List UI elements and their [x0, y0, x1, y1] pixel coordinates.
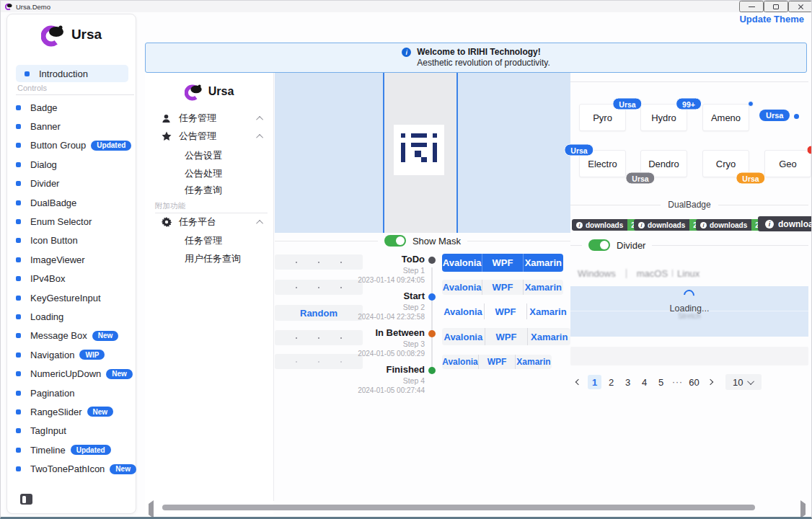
sidebar-item-dualbadge[interactable]: DualBadge — [7, 193, 137, 212]
status-badge: New — [110, 464, 136, 474]
scroll-left-button[interactable] — [146, 504, 155, 513]
sidebar-item-introduction[interactable]: Introduction — [16, 65, 128, 82]
sidebar-item-imageviewer[interactable]: ImageViewer — [7, 250, 137, 269]
bullet-icon — [16, 371, 21, 376]
sidebar-item-ipv4box[interactable]: IPv4Box — [7, 270, 137, 288]
xamarin-button[interactable]: Xamarin — [515, 355, 552, 369]
maximize-button[interactable] — [764, 1, 788, 12]
bullet-icon — [16, 276, 21, 281]
bullet-icon — [16, 391, 21, 396]
sidebar-item-enum-selector[interactable]: Enum Selector — [7, 212, 137, 231]
status-badge: Updated — [71, 445, 111, 455]
dot-separator-icon — [318, 262, 319, 263]
os-label-windows: Windows — [578, 268, 616, 279]
page-size-select[interactable]: 10 — [725, 374, 762, 390]
sidebar-item-icon-button[interactable]: Icon Button — [7, 231, 137, 250]
next-page-button[interactable] — [704, 375, 717, 389]
wpf-button[interactable]: WPF — [478, 355, 515, 369]
sidebar-item-loading[interactable]: Loading — [7, 307, 137, 326]
ellipsis-icon: ··· — [671, 377, 684, 387]
dot-separator-icon — [296, 287, 297, 288]
nav-subitem-user-task-query[interactable]: 用户任务查询 — [145, 251, 273, 267]
nav-brand-name: Ursa — [208, 85, 234, 98]
minimize-button[interactable] — [739, 1, 764, 12]
nav-item-task-platform[interactable]: 任务平台 — [145, 214, 273, 230]
os-labels-row: Windows macOS Linux — [578, 266, 808, 280]
sidebar-item-timeline[interactable]: TimelineUpdated — [7, 440, 137, 459]
xamarin-button[interactable]: Xamarin — [523, 254, 563, 272]
sidebar-item-keygestureinput[interactable]: KeyGestureInput — [7, 288, 137, 307]
avalonia-button[interactable]: Avalonia — [442, 303, 484, 319]
xamarin-button[interactable]: Xamarin — [523, 280, 563, 295]
sidebar-item-dialog[interactable]: Dialog — [7, 155, 137, 174]
scroll-right-button[interactable] — [798, 504, 807, 513]
sidebar-item-button-group[interactable]: Button GroupUpdated — [7, 136, 137, 155]
mask-handle-left[interactable] — [383, 73, 384, 233]
nav-item-announcement-management[interactable]: 公告管理 — [145, 128, 273, 144]
wpf-button[interactable]: WPF — [482, 254, 522, 272]
mask-handle-right[interactable] — [456, 73, 458, 233]
sidebar-item-message-box[interactable]: Message BoxNew — [7, 327, 137, 345]
wpf-button[interactable]: WPF — [482, 280, 522, 295]
avalonia-button[interactable]: Avalonia — [442, 280, 482, 295]
app-window: Ursa.Demo Ursa Introduction Controls Bad… — [0, 0, 812, 519]
sidebar-item-numericupdown[interactable]: NumericUpDownNew — [7, 364, 137, 383]
sidebar-item-navigation[interactable]: NavigationWIP — [7, 345, 137, 364]
nav-subitem-announcement-processing[interactable]: 公告处理 — [145, 166, 273, 182]
nav-subitem-task-query[interactable]: 任务查询 — [145, 182, 273, 198]
dot-separator-icon — [296, 361, 297, 363]
avalonia-button[interactable]: Avalonia — [442, 355, 478, 369]
info-icon — [765, 220, 774, 229]
panel-splitter[interactable] — [273, 73, 274, 501]
prev-page-button[interactable] — [572, 375, 585, 389]
sidebar: Ursa Introduction Controls Badge Banner … — [6, 14, 136, 514]
dualbadge-divider-label: DualBadge — [668, 200, 710, 210]
xamarin-button[interactable]: Xamarin — [526, 303, 569, 319]
show-mask-toggle[interactable] — [384, 235, 406, 247]
nav-subitem-announcement-settings[interactable]: 公告设置 — [145, 148, 273, 164]
page-button-4[interactable]: 4 — [637, 375, 651, 389]
gear-icon — [161, 217, 172, 227]
image-viewer[interactable] — [275, 73, 570, 233]
count-badge: 99+ — [676, 98, 702, 110]
wpf-button[interactable]: WPF — [485, 328, 528, 345]
bullet-icon — [16, 466, 21, 471]
sidebar-item-banner[interactable]: Banner — [7, 117, 137, 136]
page-button-1[interactable]: 1 — [588, 375, 601, 389]
nav-section-label: 附加功能 — [155, 201, 185, 211]
page-button-3[interactable]: 3 — [621, 375, 635, 389]
badge-card-geo: Geo — [764, 150, 811, 177]
irihi-logo-icon — [401, 133, 437, 167]
wpf-button[interactable]: WPF — [484, 303, 526, 319]
status-badge: New — [92, 331, 119, 341]
xamarin-button[interactable]: Xamarin — [527, 328, 570, 345]
button-group-light: Avalonia WPF Xamarin — [442, 280, 563, 295]
avalonia-button[interactable]: Avalonia — [442, 254, 482, 272]
close-button[interactable] — [788, 1, 812, 12]
bullet-icon — [16, 448, 21, 453]
page-button-2[interactable]: 2 — [604, 375, 618, 389]
page-button-60[interactable]: 60 — [687, 375, 701, 389]
update-theme-button[interactable]: Update Theme — [739, 14, 804, 25]
sidebar-item-rangeslider[interactable]: RangeSliderNew — [7, 402, 137, 421]
collapse-sidebar-icon[interactable] — [20, 494, 32, 505]
divider-toggle[interactable] — [588, 239, 610, 251]
sidebar-item-twotonepathicon[interactable]: TwoTonePathIconNew — [7, 459, 137, 478]
sidebar-item-badge[interactable]: Badge — [7, 98, 137, 117]
avalonia-button[interactable]: Avalonia — [442, 328, 485, 345]
nav-item-task-management[interactable]: 任务管理 — [145, 110, 273, 126]
dot-separator-icon — [318, 337, 319, 339]
show-mask-label: Show Mask — [412, 236, 461, 247]
bullet-icon — [25, 71, 30, 76]
sidebar-item-pagination[interactable]: Pagination — [7, 383, 137, 402]
bullet-icon — [16, 181, 21, 186]
horizontal-scrollbar-thumb[interactable] — [162, 505, 755, 510]
status-badge: New — [87, 407, 114, 417]
sidebar-item-taginput[interactable]: TagInput — [7, 422, 137, 440]
sidebar-brand: Ursa — [7, 14, 136, 55]
timeline-dot-in-between — [428, 330, 436, 337]
sidebar-item-divider[interactable]: Divider — [7, 174, 137, 193]
dot-badge-red — [807, 146, 812, 155]
page-button-5[interactable]: 5 — [654, 375, 668, 389]
nav-subitem-task-management[interactable]: 任务管理 — [145, 233, 273, 249]
